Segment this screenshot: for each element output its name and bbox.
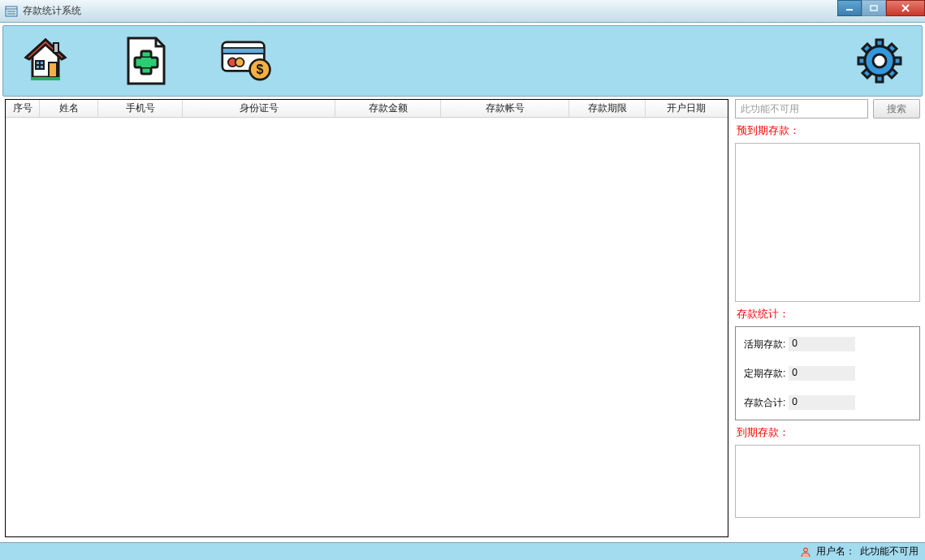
table-column-header[interactable]: 身份证号 — [183, 100, 335, 117]
table-column-header[interactable]: 序号 — [6, 100, 40, 117]
table-column-header[interactable]: 手机号 — [98, 100, 183, 117]
home-button[interactable] — [19, 35, 71, 87]
preexpire-label: 预到期存款： — [735, 122, 920, 140]
svg-rect-20 — [223, 48, 265, 54]
svg-point-22 — [236, 58, 244, 67]
status-bar: 用户名： 此功能不可用 — [0, 542, 925, 560]
total-deposit-value: 0 — [789, 395, 855, 410]
table-column-header[interactable]: 存款帐号 — [441, 100, 569, 117]
table-header: 序号姓名手机号身份证号存款金额存款帐号存款期限开户日期 — [6, 100, 728, 118]
data-table[interactable]: 序号姓名手机号身份证号存款金额存款帐号存款期限开户日期 — [5, 99, 728, 537]
svg-point-27 — [804, 548, 808, 552]
minimize-button[interactable] — [837, 0, 862, 16]
expire-panel[interactable] — [735, 445, 920, 518]
preexpire-panel[interactable] — [735, 143, 920, 302]
bank-card-button[interactable]: $ — [221, 35, 273, 87]
svg-text:$: $ — [257, 62, 264, 76]
fixed-deposit-label: 定期存款: — [744, 367, 785, 381]
demand-deposit-value: 0 — [789, 337, 855, 351]
maximize-button — [862, 0, 886, 16]
settings-button[interactable] — [854, 35, 906, 87]
total-deposit-label: 存款合计: — [744, 396, 785, 410]
username-value: 此功能不可用 — [860, 545, 919, 558]
svg-rect-10 — [49, 62, 57, 77]
svg-rect-18 — [141, 58, 151, 67]
window-title: 存款统计系统 — [23, 4, 81, 18]
side-panel: 搜索 预到期存款： 存款统计： 活期存款: 0 定期存款: 0 存款合计: 0 … — [735, 99, 920, 537]
demand-deposit-label: 活期存款: — [744, 338, 785, 351]
stats-panel: 活期存款: 0 定期存款: 0 存款合计: 0 — [735, 326, 920, 420]
username-label: 用户名： — [816, 545, 855, 558]
add-record-button[interactable] — [120, 35, 172, 87]
table-column-header[interactable]: 存款金额 — [335, 100, 441, 117]
search-button[interactable]: 搜索 — [873, 99, 920, 118]
stats-label: 存款统计： — [735, 305, 920, 323]
user-icon — [800, 546, 811, 558]
svg-rect-14 — [54, 43, 58, 53]
table-column-header[interactable]: 存款期限 — [569, 100, 646, 117]
app-icon — [5, 5, 18, 18]
fixed-deposit-value: 0 — [789, 366, 855, 381]
toolbar: $ — [2, 25, 923, 97]
close-button[interactable] — [886, 0, 925, 16]
window-controls — [837, 0, 925, 16]
window-titlebar: 存款统计系统 — [0, 0, 925, 23]
svg-point-26 — [873, 54, 886, 67]
svg-rect-5 — [871, 6, 877, 11]
search-input[interactable] — [735, 99, 868, 118]
expire-label: 到期存款： — [735, 424, 920, 442]
main-content: 序号姓名手机号身份证号存款金额存款帐号存款期限开户日期 搜索 预到期存款： 存款… — [0, 99, 925, 537]
table-body — [6, 118, 728, 536]
table-column-header[interactable]: 开户日期 — [646, 100, 727, 117]
table-column-header[interactable]: 姓名 — [40, 100, 98, 117]
